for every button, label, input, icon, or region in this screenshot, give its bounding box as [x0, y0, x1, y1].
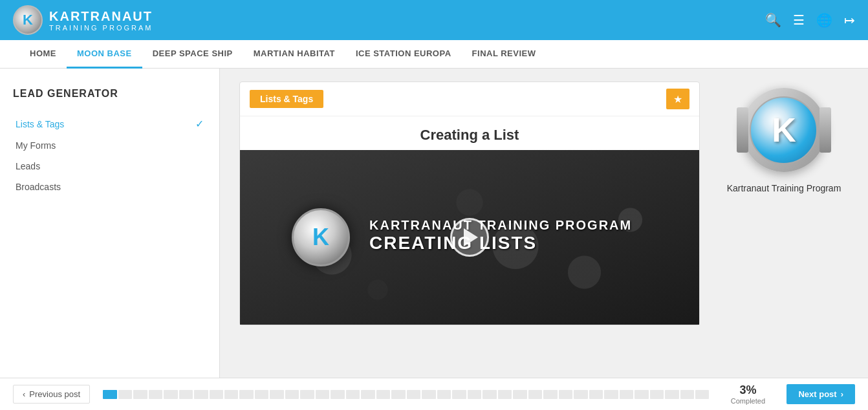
progress-segment — [133, 390, 147, 399]
brand-logo-inner: K — [750, 96, 818, 164]
progress-completed: Completed — [731, 397, 765, 405]
progress-segment — [194, 390, 208, 399]
brand-logo-side-right — [819, 107, 831, 153]
video-text-sub: CREATING LISTS — [369, 233, 632, 254]
progress-segment — [316, 390, 329, 399]
progress-segments — [103, 390, 709, 399]
progress-segment — [407, 390, 420, 399]
progress-segment — [574, 390, 587, 399]
sidebar: LEAD GENERATOR Lists & Tags ✓ My Forms L… — [0, 69, 220, 405]
brand-name: Kartranaut Training Program — [727, 182, 841, 195]
progress-segment — [300, 390, 314, 399]
prev-button[interactable]: ‹ Previous post — [13, 385, 90, 404]
sidebar-item-broadcasts[interactable]: Broadcasts — [13, 177, 206, 197]
search-icon[interactable]: 🔍 — [765, 12, 781, 28]
navbar: HOME MOON BASE DEEP SPACE SHIP MARTIAN H… — [0, 40, 868, 69]
progress-percent: 3% — [739, 383, 756, 397]
video-container[interactable]: K KARTRANAUT TRAINING PROGRAM CREATING L… — [240, 150, 699, 325]
content-header: Lists & Tags ★ — [240, 82, 699, 116]
progress-segment — [543, 390, 557, 399]
nav-item-final-review[interactable]: FINAL REVIEW — [462, 40, 547, 69]
progress-segment — [468, 390, 481, 399]
progress-segment — [422, 390, 435, 399]
header-title: KARTRANAUT TRAINING PROGRAM — [49, 9, 153, 32]
progress-segment — [103, 390, 116, 399]
footer-bar: ‹ Previous post 3% Completed Next post › — [0, 378, 868, 405]
play-triangle-icon — [464, 228, 478, 246]
lists-tags-button[interactable]: Lists & Tags — [250, 90, 323, 108]
progress-segment — [255, 390, 268, 399]
progress-segment — [650, 390, 664, 399]
chevron-left-icon: ‹ — [23, 389, 25, 399]
progress-segment — [224, 390, 238, 399]
progress-segment — [498, 390, 512, 399]
content-title: Creating a List — [240, 116, 699, 150]
star-button[interactable]: ★ — [666, 89, 689, 109]
content-box: Lists & Tags ★ Creating a List K KARTRAN… — [239, 81, 700, 325]
main-content: Lists & Tags ★ Creating a List K KARTRAN… — [239, 81, 700, 392]
header: K KARTRANAUT TRAINING PROGRAM 🔍 ☰ 🌐 ↦ — [0, 0, 868, 40]
nav-item-martian-habitat[interactable]: MARTIAN HABITAT — [243, 40, 345, 69]
progress-segment — [528, 390, 542, 399]
progress-segment — [452, 390, 466, 399]
progress-segment — [361, 390, 374, 399]
logo-icon: K — [13, 5, 43, 35]
progress-segment — [620, 390, 633, 399]
nav-item-moon-base[interactable]: MOON BASE — [67, 40, 142, 69]
progress-segment — [331, 390, 344, 399]
progress-segment — [210, 390, 223, 399]
progress-segment — [695, 390, 709, 399]
globe-icon[interactable]: 🌐 — [816, 12, 832, 28]
progress-segment — [149, 390, 162, 399]
progress-segment — [680, 390, 694, 399]
progress-segment — [635, 390, 648, 399]
header-title-sub: TRAINING PROGRAM — [49, 24, 153, 32]
sidebar-item-my-forms[interactable]: My Forms — [13, 135, 206, 156]
video-logo: K — [292, 208, 350, 266]
content-area: Lists & Tags ★ Creating a List K KARTRAN… — [220, 69, 868, 405]
progress-segment — [665, 390, 678, 399]
header-title-main: KARTRANAUT — [49, 9, 153, 24]
brand-logo: K — [742, 88, 826, 172]
nav-item-deep-space-ship[interactable]: DEEP SPACE SHIP — [142, 40, 243, 69]
progress-segment — [391, 390, 405, 399]
progress-segment — [164, 390, 177, 399]
progress-segment — [239, 390, 253, 399]
progress-segment — [513, 390, 526, 399]
main-layout: LEAD GENERATOR Lists & Tags ✓ My Forms L… — [0, 69, 868, 405]
nav-item-home[interactable]: HOME — [19, 40, 67, 69]
video-text-main: KARTRANAUT TRAINING PROGRAM — [369, 218, 632, 233]
chevron-right-icon: › — [841, 389, 843, 399]
progress-segment — [376, 390, 390, 399]
progress-segment — [270, 390, 283, 399]
video-logo-inner: K — [292, 208, 350, 266]
progress-segment — [559, 390, 572, 399]
brand-logo-side-left — [737, 107, 748, 153]
check-icon: ✓ — [195, 118, 204, 130]
brand-logo-outer: K — [742, 88, 826, 172]
menu-icon[interactable]: ☰ — [793, 12, 805, 28]
progress-segment — [346, 390, 360, 399]
nav-item-ice-station-europa[interactable]: ICE STATION EUROPA — [345, 40, 462, 69]
sidebar-title: LEAD GENERATOR — [13, 88, 206, 100]
progress-segment — [589, 390, 603, 399]
brand-logo-container: K Kartranaut Training Program — [727, 88, 841, 195]
header-logo: K KARTRANAUT TRAINING PROGRAM — [13, 5, 153, 35]
progress-stats: 3% Completed — [722, 383, 774, 405]
progress-segment — [437, 390, 451, 399]
logout-icon[interactable]: ↦ — [844, 12, 855, 28]
header-icons: 🔍 ☰ 🌐 ↦ — [765, 12, 855, 28]
progress-segment — [483, 390, 496, 399]
progress-segment — [285, 390, 299, 399]
right-sidebar: K Kartranaut Training Program — [719, 81, 849, 392]
next-button[interactable]: Next post › — [787, 384, 855, 404]
play-button[interactable] — [450, 218, 489, 257]
video-text: KARTRANAUT TRAINING PROGRAM CREATING LIS… — [369, 218, 632, 254]
sidebar-item-leads[interactable]: Leads — [13, 156, 206, 177]
progress-segment — [179, 390, 193, 399]
progress-segment — [604, 390, 618, 399]
sidebar-item-lists-tags[interactable]: Lists & Tags ✓ — [13, 113, 206, 135]
progress-segment — [118, 390, 132, 399]
